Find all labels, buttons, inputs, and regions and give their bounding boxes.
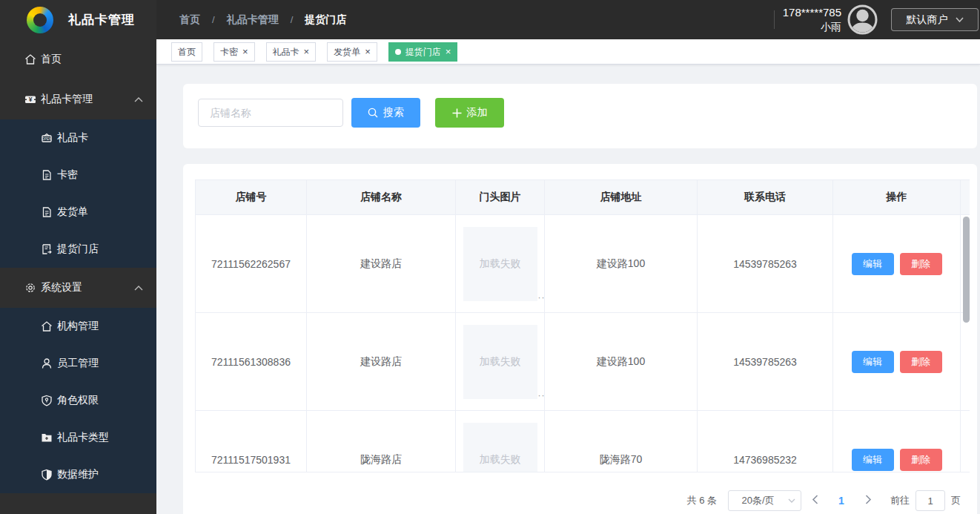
active-dot bbox=[395, 49, 401, 55]
sidebar-item-home[interactable]: 首页 bbox=[0, 39, 156, 79]
user-icon bbox=[41, 358, 53, 369]
svg-text:OPEN: OPEN bbox=[42, 137, 52, 141]
cell-shop-name: 建设路店 bbox=[307, 215, 456, 313]
sidebar-submenu-system: 机构管理 员工管理 角色权限 礼品卡类型 数据维护 bbox=[0, 308, 156, 493]
folder-plus-icon bbox=[41, 432, 53, 444]
close-icon[interactable]: × bbox=[365, 47, 371, 56]
edit-button[interactable]: 编辑 bbox=[852, 449, 894, 471]
cell-actions: 编辑 删除 bbox=[833, 215, 961, 313]
cell-address: 建设路100 bbox=[545, 215, 698, 313]
sidebar-item-cardkey[interactable]: 卡密 bbox=[0, 156, 156, 194]
document-arrow-icon bbox=[41, 243, 53, 255]
sidebar-item-giftcard[interactable]: OPEN 礼品卡 bbox=[0, 119, 156, 156]
sidebar-item-giftcard-type[interactable]: 礼品卡类型 bbox=[0, 419, 156, 456]
cell-image: 加载失败·· bbox=[456, 215, 545, 313]
sidebar: 首页 ¥ 礼品卡管理 OPEN 礼品卡 卡密 发货单 提货门店 系统设置 机构管 bbox=[0, 39, 156, 514]
column-header: 店铺名称 bbox=[307, 179, 456, 215]
prev-page-button[interactable] bbox=[801, 495, 828, 507]
chevron-down-icon bbox=[788, 498, 795, 503]
column-header: 联系电话 bbox=[698, 179, 833, 215]
cell-phone: 14539785263 bbox=[698, 313, 833, 411]
delete-button[interactable]: 删除 bbox=[900, 449, 942, 471]
tag-cardkey[interactable]: 卡密× bbox=[213, 42, 255, 62]
sidebar-item-pickup-store[interactable]: 提货门店 bbox=[0, 231, 156, 268]
shop-name-input[interactable] bbox=[198, 99, 343, 127]
brand-title: 礼品卡管理 bbox=[68, 0, 135, 39]
plus-icon bbox=[452, 108, 462, 118]
table-card: 店铺号 店铺名称 门头图片 店铺地址 联系电话 操作 7211156226256… bbox=[183, 164, 977, 514]
breadcrumb-item-home[interactable]: 首页 bbox=[179, 13, 200, 27]
sidebar-item-label: 发货单 bbox=[57, 205, 88, 219]
sidebar-item-label: 系统设置 bbox=[41, 281, 82, 294]
broken-image-placeholder: 加载失败·· bbox=[463, 325, 537, 399]
cell-image: 加载失败·· bbox=[456, 411, 545, 472]
broken-image-placeholder: 加载失败·· bbox=[463, 227, 537, 301]
sidebar-item-data-maintenance[interactable]: 数据维护 bbox=[0, 456, 156, 493]
delete-button[interactable]: 删除 bbox=[900, 253, 942, 275]
table-row: 72111561308836 建设路店 加载失败·· 建设路100 145397… bbox=[195, 313, 970, 411]
page-size-select[interactable]: 20条/页 bbox=[728, 490, 801, 511]
sidebar-item-label: 卡密 bbox=[57, 168, 78, 182]
tag-shipment[interactable]: 发货单× bbox=[327, 42, 377, 62]
sidebar-item-roles[interactable]: 角色权限 bbox=[0, 382, 156, 419]
breadcrumb-item-current: 提货门店 bbox=[305, 13, 346, 27]
shield-key-icon bbox=[41, 395, 53, 406]
sidebar-item-giftcard-mgmt[interactable]: ¥ 礼品卡管理 bbox=[0, 79, 156, 119]
sidebar-item-system-settings[interactable]: 系统设置 bbox=[0, 268, 156, 308]
tag-giftcard[interactable]: 礼品卡× bbox=[266, 42, 317, 62]
cell-address: 建设路100 bbox=[545, 313, 698, 411]
breadcrumb-item-giftcard[interactable]: 礼品卡管理 bbox=[227, 13, 279, 27]
table-row: 72111562262567 建设路店 加载失败·· 建设路100 145397… bbox=[195, 215, 970, 313]
brand-logo-icon bbox=[27, 7, 53, 33]
cell-shop-no: 72111561308836 bbox=[195, 313, 307, 411]
sidebar-item-shipment[interactable]: 发货单 bbox=[0, 194, 156, 231]
pagination: 共 6 条 20条/页 1 前往 页 bbox=[687, 490, 961, 511]
close-icon[interactable]: × bbox=[304, 47, 310, 56]
vertical-scrollbar[interactable] bbox=[963, 217, 970, 323]
scrollbar-gutter bbox=[961, 179, 970, 215]
next-page-button[interactable] bbox=[855, 495, 881, 507]
svg-text:¥: ¥ bbox=[29, 96, 33, 103]
sidebar-item-org[interactable]: 机构管理 bbox=[0, 308, 156, 345]
cell-address: 陇海路70 bbox=[545, 411, 698, 472]
merchant-label: 默认商户 bbox=[907, 13, 948, 27]
close-icon[interactable]: × bbox=[242, 47, 248, 56]
gear-icon bbox=[24, 282, 36, 294]
goto-label: 前往 bbox=[890, 494, 910, 507]
breadcrumb: 首页 / 礼品卡管理 / 提货门店 bbox=[179, 0, 346, 39]
column-header: 店铺号 bbox=[195, 179, 307, 215]
sidebar-item-staff[interactable]: 员工管理 bbox=[0, 345, 156, 382]
delete-button[interactable]: 删除 bbox=[900, 351, 942, 373]
user-name: 小雨 bbox=[783, 20, 841, 34]
chevron-up-icon bbox=[134, 97, 143, 102]
edit-button[interactable]: 编辑 bbox=[852, 351, 894, 373]
app-header: 礼品卡管理 首页 / 礼品卡管理 / 提货门店 178*****785 小雨 默… bbox=[0, 0, 980, 39]
add-button[interactable]: 添加 bbox=[435, 98, 504, 128]
user-info: 178*****785 小雨 bbox=[783, 5, 841, 34]
tags-view-bar: 首页 卡密× 礼品卡× 发货单× 提货门店× bbox=[156, 39, 980, 65]
cell-shop-no: 72111517501931 bbox=[195, 411, 307, 472]
sidebar-item-label: 礼品卡管理 bbox=[41, 93, 93, 106]
shield-icon bbox=[41, 469, 53, 481]
tag-home[interactable]: 首页 bbox=[171, 42, 202, 62]
home-icon bbox=[41, 320, 53, 332]
close-icon[interactable]: × bbox=[446, 47, 451, 56]
sidebar-item-label: 礼品卡 bbox=[57, 131, 88, 145]
column-header: 店铺地址 bbox=[545, 179, 698, 215]
tag-pickup-store[interactable]: 提货门店× bbox=[388, 42, 458, 62]
edit-button[interactable]: 编辑 bbox=[852, 253, 894, 275]
avatar[interactable] bbox=[847, 4, 878, 35]
giftcard-mgmt-icon: ¥ bbox=[24, 93, 36, 105]
merchant-dropdown[interactable]: 默认商户 bbox=[891, 8, 979, 31]
search-button[interactable]: 搜索 bbox=[351, 98, 420, 128]
cell-actions: 编辑 删除 bbox=[833, 411, 961, 472]
chevron-up-icon bbox=[134, 286, 143, 291]
home-icon bbox=[24, 53, 36, 65]
header-divider bbox=[774, 10, 775, 29]
goto-page-input[interactable] bbox=[916, 490, 945, 511]
table-row: 72111517501931 陇海路店 加载失败·· 陇海路70 1473698… bbox=[195, 411, 970, 472]
search-card: 搜索 添加 bbox=[183, 84, 977, 148]
cell-shop-name: 陇海路店 bbox=[307, 411, 456, 472]
broken-image-placeholder: 加载失败·· bbox=[463, 423, 537, 473]
stores-table: 店铺号 店铺名称 门头图片 店铺地址 联系电话 操作 7211156226256… bbox=[195, 179, 970, 472]
